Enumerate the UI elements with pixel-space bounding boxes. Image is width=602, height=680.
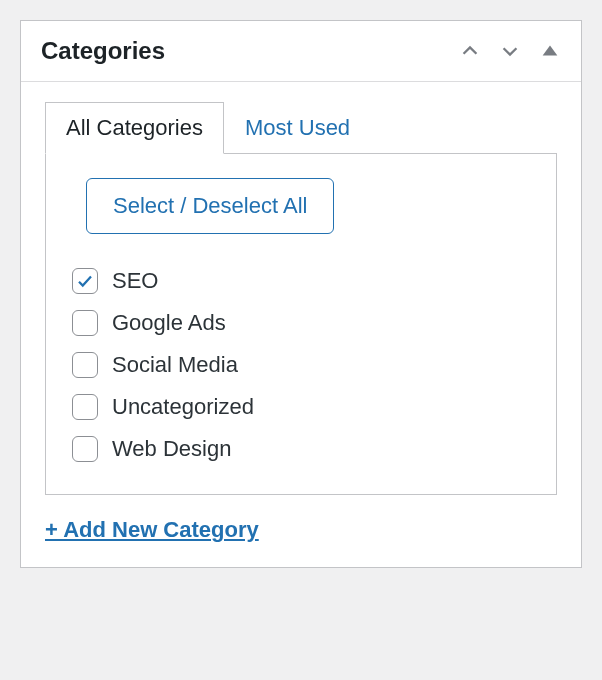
checkbox-uncategorized[interactable] bbox=[72, 394, 98, 420]
list-item: Google Ads bbox=[72, 302, 536, 344]
tab-all-categories[interactable]: All Categories bbox=[45, 102, 224, 154]
categories-panel: Categories All Categories Most Used Sele… bbox=[20, 20, 582, 568]
chevron-down-icon[interactable] bbox=[499, 40, 521, 62]
category-list: SEO Google Ads Social Media Uncategorize… bbox=[66, 260, 536, 470]
category-label: Web Design bbox=[112, 436, 231, 462]
list-item: SEO bbox=[72, 260, 536, 302]
list-item: Social Media bbox=[72, 344, 536, 386]
list-item: Uncategorized bbox=[72, 386, 536, 428]
panel-header-actions bbox=[459, 40, 561, 62]
panel-body: All Categories Most Used Select / Desele… bbox=[21, 82, 581, 567]
tab-most-used[interactable]: Most Used bbox=[224, 102, 371, 154]
chevron-up-icon[interactable] bbox=[459, 40, 481, 62]
triangle-up-icon[interactable] bbox=[539, 40, 561, 62]
category-label: Uncategorized bbox=[112, 394, 254, 420]
category-label: Google Ads bbox=[112, 310, 226, 336]
list-item: Web Design bbox=[72, 428, 536, 470]
add-new-category-link[interactable]: + Add New Category bbox=[45, 517, 259, 543]
panel-header: Categories bbox=[21, 21, 581, 82]
category-label: SEO bbox=[112, 268, 158, 294]
checkbox-web-design[interactable] bbox=[72, 436, 98, 462]
tab-content: Select / Deselect All SEO Google Ads bbox=[45, 153, 557, 495]
tabs: All Categories Most Used bbox=[45, 102, 557, 154]
select-deselect-all-button[interactable]: Select / Deselect All bbox=[86, 178, 334, 234]
panel-title: Categories bbox=[41, 37, 165, 65]
checkbox-social-media[interactable] bbox=[72, 352, 98, 378]
svg-marker-0 bbox=[543, 46, 558, 56]
checkbox-seo[interactable] bbox=[72, 268, 98, 294]
category-label: Social Media bbox=[112, 352, 238, 378]
checkbox-google-ads[interactable] bbox=[72, 310, 98, 336]
